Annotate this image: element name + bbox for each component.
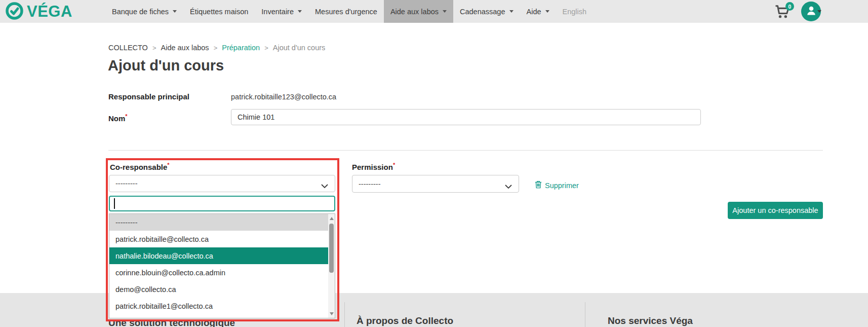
breadcrumb-preparation[interactable]: Préparation: [222, 44, 260, 52]
required-asterisk: *: [125, 113, 127, 119]
top-nav-bar: VÉGA Banque de fiches Étiquettes maison …: [0, 0, 868, 23]
nom-input[interactable]: [231, 109, 701, 125]
nav-aide[interactable]: Aide: [520, 0, 556, 23]
co-responsable-select[interactable]: ---------: [109, 175, 335, 192]
supprimer-label: Supprimer: [545, 181, 579, 190]
chevron-down-icon: [443, 10, 447, 13]
nav-mesures-urgence[interactable]: Mesures d'urgence: [308, 0, 384, 23]
page-title: Ajout d'un cours: [108, 57, 224, 74]
trash-icon: [535, 180, 542, 190]
section-divider: [108, 150, 823, 151]
breadcrumb-collecto[interactable]: COLLECTO: [108, 44, 148, 52]
breadcrumb-separator: >: [152, 44, 156, 52]
responsable-principal-label: Responsable principal: [108, 92, 189, 101]
footer-divider: [344, 302, 345, 327]
cart-icon: [775, 12, 791, 20]
required-asterisk: *: [167, 162, 169, 168]
dropdown-option[interactable]: patrick.robitaille@collecto.ca: [109, 231, 329, 247]
nom-label: Nom*: [108, 113, 128, 123]
footer-heading-services: Nos services Véga: [608, 315, 693, 326]
vega-logo[interactable]: VÉGA: [5, 2, 72, 22]
breadcrumb-separator: >: [264, 44, 268, 52]
cart-button[interactable]: 0: [775, 5, 793, 20]
nav-aide-aux-labos[interactable]: Aide aux labos: [384, 0, 453, 23]
required-asterisk: *: [393, 162, 395, 168]
user-menu-button[interactable]: [801, 2, 821, 21]
co-responsable-dropdown: --------- patrick.robitaille@collecto.ca…: [109, 213, 335, 318]
co-responsable-select-value: ---------: [115, 179, 137, 188]
chevron-down-icon: [505, 182, 512, 190]
chevron-down-icon: [545, 10, 549, 13]
co-responsable-label: Co-responsable*: [110, 162, 170, 171]
user-icon: [805, 5, 817, 19]
text-cursor: [114, 198, 115, 209]
co-responsable-search-input[interactable]: [109, 196, 335, 211]
supprimer-link[interactable]: Supprimer: [535, 180, 579, 190]
nav-banque-de-fiches[interactable]: Banque de fiches: [105, 0, 183, 23]
nav-etiquettes-maison[interactable]: Étiquettes maison: [183, 0, 255, 23]
check-circle-icon: [5, 2, 24, 22]
ajouter-co-responsable-button[interactable]: Ajouter un co-responsable: [728, 202, 823, 219]
permission-select-value: ---------: [359, 180, 380, 188]
main-nav: Banque de fiches Étiquettes maison Inven…: [105, 0, 593, 23]
dropdown-option-highlighted[interactable]: nathalie.bilodeau@collecto.ca: [109, 247, 329, 264]
breadcrumb-separator: >: [214, 44, 218, 52]
brand-name: VÉGA: [27, 3, 72, 21]
footer-heading-solution: Une solution technologique: [108, 317, 235, 327]
dropdown-option[interactable]: patrick.robitaille1@collecto.ca: [109, 298, 329, 314]
dropdown-option[interactable]: demo@collecto.ca: [109, 281, 329, 298]
chevron-down-icon: [173, 10, 177, 13]
scroll-up-arrow[interactable]: [328, 214, 335, 222]
footer-divider: [585, 302, 585, 327]
nav-cadenassage[interactable]: Cadenassage: [453, 0, 520, 23]
breadcrumb: COLLECTO > Aide aux labos > Préparation …: [108, 44, 325, 52]
chevron-down-icon: [509, 10, 514, 13]
permission-label: Permission*: [352, 162, 395, 171]
cart-count-badge: 0: [785, 2, 794, 11]
dropdown-option[interactable]: corinne.blouin@collecto.ca.admin: [109, 264, 329, 281]
chevron-down-icon: [298, 10, 302, 13]
scrollbar-thumb[interactable]: [329, 224, 334, 273]
nav-english[interactable]: English: [556, 0, 594, 23]
chevron-down-icon: [817, 10, 821, 13]
breadcrumb-current: Ajout d'un cours: [273, 44, 326, 52]
dropdown-scrollbar[interactable]: [328, 214, 335, 318]
scroll-down-arrow[interactable]: [328, 310, 335, 317]
footer-heading-a-propos: À propos de Collecto: [357, 315, 453, 326]
dropdown-option[interactable]: ---------: [109, 214, 329, 231]
responsable-principal-value: patrick.robitaille123@collecto.ca: [231, 93, 336, 101]
nav-inventaire[interactable]: Inventaire: [255, 0, 308, 23]
permission-select[interactable]: ---------: [352, 175, 519, 193]
breadcrumb-aide-aux-labos[interactable]: Aide aux labos: [161, 44, 209, 52]
chevron-down-icon: [321, 181, 328, 190]
